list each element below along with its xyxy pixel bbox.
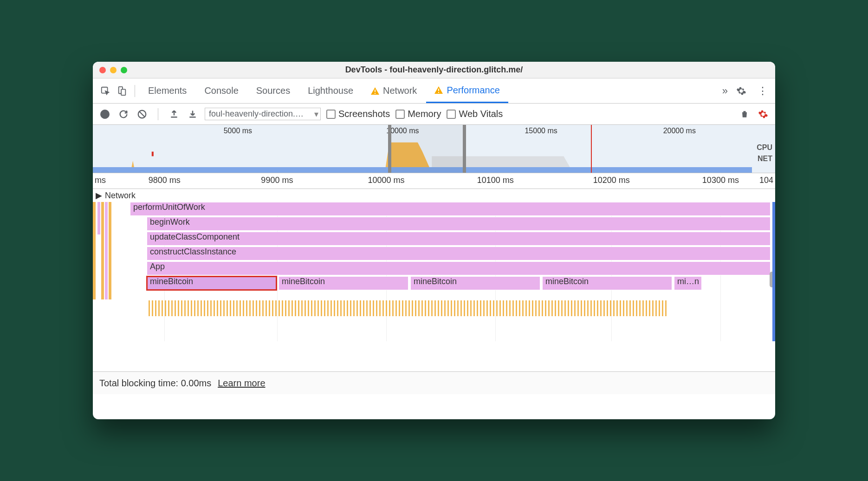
overview-tick: 15000 ms [525,127,557,135]
warning-icon [371,87,379,95]
overview-selection-handle-left[interactable] [388,125,391,173]
tbt-value: 0.00ms [181,378,212,388]
ruler-tick: ms [95,176,106,185]
window-zoom-button[interactable] [121,67,127,73]
ruler-tick: 10100 ms [477,176,514,185]
window-title: DevTools - foul-heavenly-direction.glitc… [93,65,775,75]
flame-bar-minebitcoin-selected[interactable]: mineBitcoin [147,276,277,290]
capture-settings-icon[interactable] [757,108,770,121]
flame-bar-beginwork[interactable]: beginWork [147,217,771,231]
svg-rect-3 [375,90,376,92]
flame-right-edge [772,202,775,341]
device-toolbar-icon[interactable] [114,83,130,99]
webvitals-checkbox[interactable]: Web Vitals [447,109,503,119]
save-profile-icon[interactable] [186,108,199,121]
recording-select[interactable]: foul-heavenly-direction.… [205,108,321,120]
load-profile-icon[interactable] [168,108,181,121]
tab-performance-label: Performance [447,85,500,96]
inspect-element-icon[interactable] [97,83,113,99]
flame-bar-minebitcoin[interactable]: mineBitcoin [542,276,672,290]
svg-rect-12 [152,152,154,156]
titlebar: DevTools - foul-heavenly-direction.glitc… [93,62,775,78]
overview-marker [591,125,592,173]
ruler-tick: 10000 ms [368,176,405,185]
more-menu-icon[interactable]: ⋮ [755,83,771,99]
status-footer: Total blocking time: 0.00ms Learn more [93,372,775,394]
trash-icon[interactable] [738,108,751,121]
overview-tick: 20000 ms [663,127,696,135]
tab-network-label: Network [383,85,417,96]
flame-bar-minebitcoin[interactable]: mineBitcoin [410,276,540,290]
warning-icon [434,86,443,94]
tab-sources[interactable]: Sources [248,78,298,103]
flame-bar-minebitcoin[interactable]: mineBitcoin [279,276,408,290]
performance-toolbar: foul-heavenly-direction.… Screenshots Me… [93,104,775,125]
window-minimize-button[interactable] [110,67,117,73]
reload-button[interactable] [117,108,130,121]
tab-elements[interactable]: Elements [140,78,195,103]
flame-bar-constructclassinstance[interactable]: constructClassInstance [147,247,771,260]
svg-rect-2 [121,89,125,95]
tabs-overflow-icon[interactable]: » [722,85,728,97]
svg-rect-9 [189,117,195,118]
svg-rect-6 [438,92,439,93]
ruler-tick: 9800 ms [149,176,181,185]
tab-network[interactable]: Network [363,78,425,103]
clear-button[interactable] [136,108,149,121]
devtools-tabs: Elements Console Sources Lighthouse Netw… [93,78,775,104]
svg-rect-4 [375,93,376,94]
memory-checkbox[interactable]: Memory [395,109,441,119]
tbt-label: Total blocking time: [99,378,181,388]
ruler-tick: 104 [759,176,773,185]
ruler-tick: 9900 ms [261,176,293,185]
flame-task-ticks [149,300,775,316]
flame-bar-performunitofwork[interactable]: performUnitOfWork [130,202,771,216]
flame-bar-minebitcoin-truncated[interactable]: mi…n [674,276,702,290]
details-pane[interactable] [93,341,775,372]
settings-icon[interactable] [733,83,749,99]
screenshots-checkbox[interactable]: Screenshots [326,109,390,119]
ruler-tick: 10300 ms [702,176,739,185]
flame-bar-app[interactable]: App [147,261,771,275]
track-network[interactable]: ▶ Network [93,189,775,202]
learn-more-link[interactable]: Learn more [218,378,265,389]
tab-performance[interactable]: Performance [426,78,508,103]
timeline-overview[interactable]: 5000 ms 10000 ms 15000 ms 20000 ms CPU N… [93,125,775,173]
flamechart-ruler[interactable]: ms 9800 ms 9900 ms 10000 ms 10100 ms 102… [93,173,775,189]
flame-bar-updateclasscomponent[interactable]: updateClassComponent [147,232,771,246]
flamechart[interactable]: performUnitOfWork beginWork updateClassC… [93,202,775,341]
ruler-tick: 10200 ms [593,176,630,185]
overview-tick: 5000 ms [224,127,252,135]
record-button[interactable] [98,108,111,121]
window-close-button[interactable] [99,67,106,73]
overview-lane-net: NET [757,155,772,163]
svg-rect-8 [171,117,177,118]
tab-console[interactable]: Console [196,78,246,103]
overview-selection-handle-right[interactable] [463,125,466,173]
svg-rect-5 [438,89,439,91]
disclosure-triangle-icon[interactable]: ▶ [96,190,102,201]
tab-lighthouse[interactable]: Lighthouse [299,78,362,103]
overview-lane-cpu: CPU [757,143,772,152]
